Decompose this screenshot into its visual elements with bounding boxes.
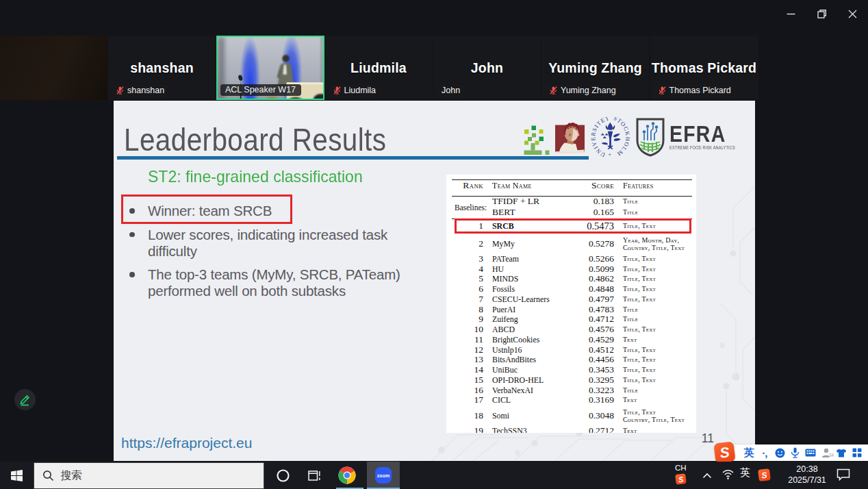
muted-mic-icon [333, 86, 341, 95]
cell-features: Title [623, 386, 694, 394]
cell-score: 0.4712 [549, 314, 614, 325]
efra-tagline: EXTREME FOOD RISK ANALYTICS [669, 145, 726, 150]
sogou-logo[interactable]: S [713, 441, 735, 463]
restore-button[interactable] [806, 4, 837, 23]
ime-language-indicator[interactable]: 英 [740, 466, 750, 479]
cell-rank: 4 [446, 264, 483, 275]
participant-tile-yuming-zhang[interactable]: Yuming Zhang Yuming Zhang [541, 36, 649, 100]
cell-score: 0.4862 [549, 273, 614, 284]
feature-line: Text [623, 427, 694, 433]
sogou-tray-icon[interactable]: S [675, 473, 687, 485]
cell-team: Ustnlp16 [492, 344, 522, 355]
tray-date: 2025/7/31 [788, 475, 826, 485]
bullet-item: Winner: team SRCB [129, 203, 424, 219]
cell-features: Text [623, 336, 694, 344]
baseline-features: Title [623, 198, 694, 206]
cell-features: Text [623, 427, 694, 433]
participant-badge: Yuming Zhang [545, 85, 622, 97]
table-row: 7CSECU-Learners0.4797Title, Text [446, 294, 696, 305]
start-button[interactable] [0, 462, 33, 489]
cell-team: ABCD [492, 324, 515, 335]
cell-score: 0.3223 [549, 385, 614, 396]
baseline-team: BERT [492, 207, 515, 218]
table-body: 1SRCB0.5473Title, Text2MyMy0.5278Year, M… [446, 218, 696, 433]
chevron-up-icon [702, 473, 712, 479]
table-row: 13BitsAndBites0.4456Title, Text [446, 355, 696, 365]
windows-taskbar: 搜索 zoom CH S [0, 462, 868, 489]
cell-features: Title, Text [623, 325, 694, 334]
minimize-button[interactable] [776, 4, 806, 23]
table-row: 6Fossils0.4848Title, Text [446, 284, 696, 294]
cell-team: MyMy [492, 238, 515, 249]
cell-score: 0.5278 [549, 238, 614, 249]
cell-features: Title, Text [623, 275, 694, 284]
active-speaker-badge: ACL Speaker W17 [220, 84, 301, 96]
cell-rank: 3 [446, 253, 483, 264]
cell-score: 0.5099 [549, 264, 614, 275]
feature-line: Title, Text [623, 346, 694, 354]
table-row: 18Somi0.3048Title, TextCountry, Title, T… [446, 405, 696, 426]
cell-score: 0.4456 [549, 354, 614, 365]
baseline-team: TFIDF + LR [492, 196, 539, 207]
feature-line: Title, Text [623, 255, 694, 263]
cell-team: BitsAndBites [492, 354, 536, 365]
ime-toolbox-button[interactable] [850, 448, 865, 457]
feature-line: Title, Text [623, 366, 694, 374]
taskbar-clock[interactable]: 20:38 2025/7/31 [782, 464, 832, 486]
annotate-button[interactable] [14, 389, 36, 410]
col-header-features: Features [623, 180, 687, 191]
participant-tile-thomas-pickard[interactable]: Thomas Pickard Thomas Pickard [650, 36, 758, 100]
ime-keyboard-button[interactable] [803, 449, 819, 457]
sogou-items: 英 ·, 34 [741, 447, 865, 460]
zoom-taskbar-button[interactable]: zoom [367, 462, 400, 489]
ime-ch-indicator[interactable]: CH [675, 464, 687, 472]
feature-line: Country, Title, Text [623, 416, 694, 424]
table-row: 3PATeam0.5266Title, Text [446, 254, 696, 264]
participant-name: Yuming Zhang [548, 60, 642, 76]
col-header-score: Score [549, 180, 614, 191]
chrome-icon [338, 466, 356, 484]
table-row: 10ABCD0.4576Title, Text [446, 325, 696, 335]
show-hidden-icons-button[interactable] [702, 470, 712, 482]
participant-tile-liudmila[interactable]: Liudmila Liudmila [325, 36, 433, 100]
ime-punctuation-button[interactable]: ·, [757, 447, 773, 459]
cell-score: 0.4848 [549, 284, 614, 294]
ime-emoji-button[interactable] [772, 448, 788, 458]
ime-account-button[interactable]: 34 [819, 448, 834, 457]
participant-tile-shanshan[interactable]: shanshan shanshan [108, 36, 216, 100]
task-view-button[interactable] [301, 462, 327, 489]
title-underline [117, 156, 589, 160]
cell-rank: 9 [446, 314, 483, 325]
keyboard-icon [805, 449, 816, 457]
feature-line: Title [623, 316, 694, 324]
cell-features: Year, Month, Day,Country, Title, Text [623, 236, 694, 251]
muted-mic-icon [659, 86, 666, 95]
network-icon[interactable] [722, 468, 735, 483]
table-row: 8PuerAI0.4783Title [446, 304, 696, 314]
chrome-taskbar-button[interactable] [333, 462, 361, 489]
ime-skin-button[interactable] [834, 449, 850, 457]
feature-line: Title, Text [623, 408, 694, 416]
participant-tile-john[interactable]: John John [433, 36, 541, 100]
col-header-rank: Rank [446, 180, 483, 191]
participant-tile-acl-speaker[interactable]: ACL Speaker W17 [216, 36, 324, 100]
participant-tile-partial[interactable] [0, 36, 107, 100]
close-button[interactable] [837, 4, 868, 23]
cell-rank: 16 [446, 385, 483, 396]
ime-voice-button[interactable] [788, 447, 804, 458]
ime-mode-button[interactable]: 英 [741, 447, 757, 460]
zoom-meeting-window: shanshan shanshan [0, 0, 868, 489]
cell-score: 0.4783 [549, 304, 614, 315]
taskbar-search-box[interactable]: 搜索 [34, 462, 264, 489]
project-link[interactable]: https://efraproject.eu [121, 435, 252, 451]
winner-row-highlight-box [455, 218, 691, 234]
cortana-icon [277, 469, 290, 482]
action-center-button[interactable] [837, 468, 850, 484]
leaderboard-table: Rank Team Name Score Features Baselines:… [446, 175, 696, 433]
efra-wordmark: EFRA [669, 125, 726, 144]
feature-line: Title [623, 386, 694, 394]
cell-score: 0.4576 [549, 324, 614, 335]
cell-score: 0.4512 [549, 344, 614, 355]
cortana-button[interactable] [271, 462, 294, 489]
sogou-tray-icon-2[interactable]: S [758, 468, 771, 481]
